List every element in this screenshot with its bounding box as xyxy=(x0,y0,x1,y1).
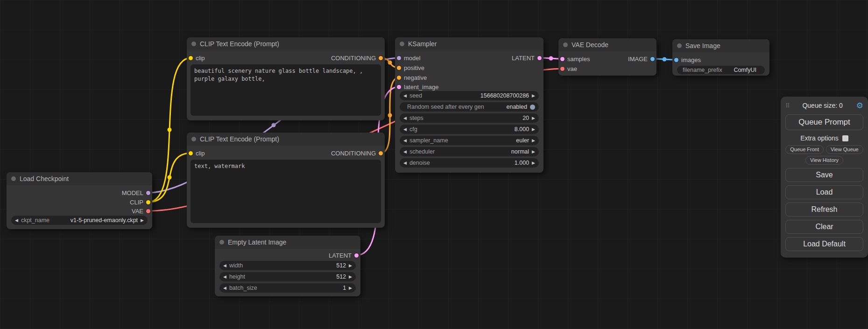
output-dot-conditioning[interactable] xyxy=(379,56,383,60)
decrement-arrow-icon[interactable]: ◀ xyxy=(15,218,18,223)
output-dot-conditioning[interactable] xyxy=(379,151,383,155)
node-save-image[interactable]: Save Image images filename_prefix ComfyU… xyxy=(672,39,769,76)
clear-button[interactable]: Clear xyxy=(785,220,863,234)
link-clip-negative[interactable] xyxy=(148,153,191,202)
decrement-arrow-icon[interactable]: ◀ xyxy=(403,149,407,154)
widget-seed[interactable]: ◀ seed 156680208700286 ▶ xyxy=(400,91,539,100)
refresh-button[interactable]: Refresh xyxy=(785,203,863,217)
collapse-dot-icon[interactable] xyxy=(400,42,404,46)
node-vae-decode-titlebar[interactable]: VAE Decode xyxy=(558,38,656,51)
node-ksampler[interactable]: KSampler model LATENT positive negative … xyxy=(395,37,543,173)
output-slot-model: MODEL xyxy=(7,188,152,197)
load-default-button[interactable]: Load Default xyxy=(785,237,863,251)
increment-arrow-icon[interactable]: ▶ xyxy=(349,263,352,268)
save-button[interactable]: Save xyxy=(785,168,863,182)
queue-front-button[interactable]: Queue Front xyxy=(785,145,824,154)
widget-label: seed xyxy=(409,92,422,99)
extra-options-checkbox[interactable] xyxy=(842,135,848,141)
node-load-checkpoint-titlebar[interactable]: Load Checkpoint xyxy=(7,172,152,185)
collapse-dot-icon[interactable] xyxy=(677,43,682,48)
node-empty-latent-titlebar[interactable]: Empty Latent Image xyxy=(215,236,360,249)
output-dot-clip[interactable] xyxy=(146,200,150,204)
widget-cfg[interactable]: ◀ cfg 8.000 ▶ xyxy=(400,125,539,134)
output-slot-clip: CLIP xyxy=(7,197,152,207)
increment-arrow-icon[interactable]: ▶ xyxy=(349,274,352,279)
prompt-text-negative[interactable]: text, watermark xyxy=(191,160,381,223)
widget-label: cfg xyxy=(409,126,417,133)
increment-arrow-icon[interactable]: ▶ xyxy=(141,218,144,223)
collapse-dot-icon[interactable] xyxy=(563,42,568,47)
widget-label: batch_size xyxy=(229,285,257,291)
increment-arrow-icon[interactable]: ▶ xyxy=(532,93,535,98)
input-dot-latent-image[interactable] xyxy=(397,85,401,89)
node-clip-positive-titlebar[interactable]: CLIP Text Encode (Prompt) xyxy=(187,37,385,50)
decrement-arrow-icon[interactable]: ◀ xyxy=(223,274,226,279)
decrement-arrow-icon[interactable]: ◀ xyxy=(223,286,226,290)
collapse-dot-icon[interactable] xyxy=(191,137,196,141)
collapse-dot-icon[interactable] xyxy=(191,42,196,46)
increment-arrow-icon[interactable]: ▶ xyxy=(532,116,535,120)
widget-sampler-name[interactable]: ◀ sampler_name euler ▶ xyxy=(400,136,539,145)
node-vae-decode[interactable]: VAE Decode samples IMAGE vae xyxy=(558,38,656,76)
widget-label: Random seed after every gen xyxy=(407,104,484,110)
node-clip-text-encode-positive[interactable]: CLIP Text Encode (Prompt) clip CONDITION… xyxy=(187,37,385,120)
link-midpoint-dot-model xyxy=(272,123,276,127)
decrement-arrow-icon[interactable]: ◀ xyxy=(403,127,407,132)
input-dot-positive[interactable] xyxy=(397,66,401,70)
output-dot-image[interactable] xyxy=(650,57,655,61)
link-midpoint-dot-cond-negative xyxy=(388,113,392,118)
widget-scheduler[interactable]: ◀ scheduler normal ▶ xyxy=(400,147,539,156)
widget-width[interactable]: ◀ width 512 ▶ xyxy=(219,261,356,270)
decrement-arrow-icon[interactable]: ◀ xyxy=(403,138,407,143)
input-dot-images[interactable] xyxy=(674,58,678,62)
node-empty-latent-image[interactable]: Empty Latent Image LATENT ◀ width 512 ▶ … xyxy=(215,236,360,296)
input-dot-vae[interactable] xyxy=(560,67,565,71)
input-slot-images: images xyxy=(672,55,769,64)
widget-filename-prefix[interactable]: filename_prefix ComfyUI xyxy=(677,66,765,74)
increment-arrow-icon[interactable]: ▶ xyxy=(532,138,535,143)
input-dot-negative[interactable] xyxy=(397,76,401,80)
widget-value: ComfyUI xyxy=(734,67,756,73)
load-button[interactable]: Load xyxy=(785,185,863,199)
drag-handle-icon[interactable]: ⠿ xyxy=(785,102,789,109)
widget-ckpt-name[interactable]: ◀ ckpt_name v1-5-pruned-emaonly.ckpt ▶ xyxy=(11,216,148,225)
output-dot-vae[interactable] xyxy=(146,209,150,213)
node-ksampler-titlebar[interactable]: KSampler xyxy=(395,37,543,50)
increment-arrow-icon[interactable]: ▶ xyxy=(532,149,535,154)
toggle-knob-icon[interactable] xyxy=(530,105,535,110)
node-load-checkpoint[interactable]: Load Checkpoint MODEL CLIP VAE ◀ ckpt_na… xyxy=(7,172,152,229)
decrement-arrow-icon[interactable]: ◀ xyxy=(403,116,407,120)
collapse-dot-icon[interactable] xyxy=(11,176,16,181)
slot-label: vae xyxy=(567,65,577,72)
node-clip-negative-titlebar[interactable]: CLIP Text Encode (Prompt) xyxy=(187,133,385,146)
link-midpoint-dot-cond-positive xyxy=(388,61,392,65)
increment-arrow-icon[interactable]: ▶ xyxy=(532,161,535,165)
increment-arrow-icon[interactable]: ▶ xyxy=(532,127,535,132)
queue-prompt-button[interactable]: Queue Prompt xyxy=(785,114,863,130)
node-clip-text-encode-negative[interactable]: CLIP Text Encode (Prompt) clip CONDITION… xyxy=(187,133,385,228)
view-history-button[interactable]: View History xyxy=(805,156,843,165)
widget-label: denoise xyxy=(409,160,430,166)
view-queue-button[interactable]: View Queue xyxy=(826,145,863,154)
decrement-arrow-icon[interactable]: ◀ xyxy=(223,263,226,268)
output-dot-latent[interactable] xyxy=(537,56,542,60)
comfyui-graph-canvas[interactable]: Load Checkpoint MODEL CLIP VAE ◀ ckpt_na… xyxy=(0,0,868,329)
link-midpoint-dot-latent-samples xyxy=(549,56,553,61)
widget-denoise[interactable]: ◀ denoise 1.000 ▶ xyxy=(400,158,539,168)
settings-gear-icon[interactable]: ⚙ xyxy=(856,102,863,110)
collapse-dot-icon[interactable] xyxy=(219,240,224,245)
decrement-arrow-icon[interactable]: ◀ xyxy=(403,93,407,98)
widget-batch-size[interactable]: ◀ batch_size 1 ▶ xyxy=(219,283,356,293)
prompt-text-positive[interactable]: beautiful scenery nature glass bottle la… xyxy=(191,64,381,116)
increment-arrow-icon[interactable]: ▶ xyxy=(349,286,352,290)
output-dot-latent[interactable] xyxy=(354,253,359,258)
node-save-image-titlebar[interactable]: Save Image xyxy=(672,39,769,52)
link-clip-positive[interactable] xyxy=(148,58,191,202)
widget-steps[interactable]: ◀ steps 20 ▶ xyxy=(400,113,539,123)
link-midpoint-dot-clip-negative xyxy=(168,175,172,180)
decrement-arrow-icon[interactable]: ◀ xyxy=(403,161,407,165)
widget-height[interactable]: ◀ height 512 ▶ xyxy=(219,272,356,281)
extra-options-label: Extra options xyxy=(800,134,839,142)
output-dot-model[interactable] xyxy=(146,191,150,195)
widget-random-seed-toggle[interactable]: Random seed after every gen enabled xyxy=(400,102,539,112)
